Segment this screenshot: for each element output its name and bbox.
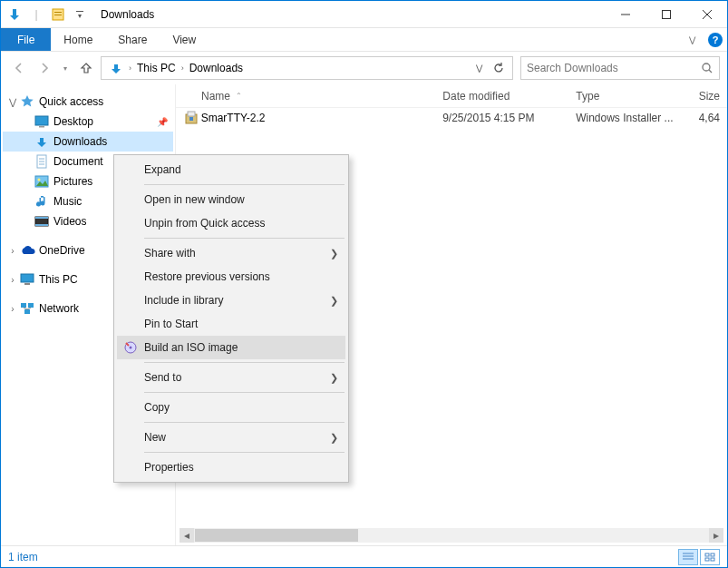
ctx-send-to[interactable]: Send to❯: [117, 366, 345, 389]
ctx-pin-start[interactable]: Pin to Start: [117, 312, 345, 336]
help-icon[interactable]: ?: [704, 28, 727, 51]
ctx-separator: [144, 362, 345, 363]
horizontal-scrollbar[interactable]: ◂ ▸: [176, 527, 727, 545]
onedrive-icon: [19, 242, 35, 259]
ribbon-collapse-icon[interactable]: ⋁: [680, 28, 704, 51]
recent-dropdown-icon[interactable]: ▾: [59, 57, 72, 79]
tab-view[interactable]: View: [160, 28, 209, 51]
address-bar[interactable]: › This PC › Downloads ⋁: [101, 56, 513, 80]
tree-quick-access[interactable]: ⋁ Quick access: [3, 92, 173, 112]
tree-label: Quick access: [39, 95, 103, 108]
tree-downloads[interactable]: Downloads: [3, 132, 173, 152]
ctx-new[interactable]: New❯: [117, 426, 345, 449]
tree-desktop[interactable]: Desktop 📌: [3, 112, 173, 132]
breadcrumb-downloads[interactable]: Downloads: [186, 62, 247, 74]
ctx-separator: [144, 184, 345, 185]
svg-rect-28: [188, 112, 195, 116]
documents-icon: [34, 153, 50, 170]
search-icon: [701, 62, 713, 74]
view-large-button[interactable]: [700, 549, 720, 565]
chevron-right-icon[interactable]: ›: [180, 64, 186, 73]
svg-rect-19: [35, 224, 48, 226]
ctx-share-with[interactable]: Share with❯: [117, 241, 345, 265]
address-dropdown-icon[interactable]: ⋁: [469, 58, 489, 78]
svg-line-8: [709, 70, 712, 73]
file-tab[interactable]: File: [1, 28, 51, 51]
back-button[interactable]: [8, 57, 30, 79]
chevron-right-icon[interactable]: ›: [6, 246, 19, 256]
quick-access-toolbar: | ▾: [1, 1, 93, 27]
chevron-down-icon[interactable]: ⋁: [6, 97, 19, 107]
ctx-properties[interactable]: Properties: [117, 455, 345, 479]
svg-rect-10: [39, 126, 44, 128]
column-date[interactable]: Date modified: [442, 90, 576, 103]
tab-home[interactable]: Home: [51, 28, 105, 51]
svg-rect-36: [711, 558, 714, 561]
minimize-button[interactable]: [605, 1, 645, 28]
network-icon: [19, 300, 35, 317]
tree-label: Network: [39, 302, 79, 315]
breadcrumb-thispc[interactable]: This PC: [133, 62, 180, 74]
chevron-right-icon[interactable]: ›: [127, 64, 133, 73]
column-size[interactable]: Size: [692, 90, 727, 103]
close-button[interactable]: [686, 1, 727, 28]
search-placeholder: Search Downloads: [527, 62, 701, 74]
submenu-arrow-icon: ❯: [330, 372, 338, 384]
svg-rect-29: [189, 117, 193, 121]
ctx-build-iso[interactable]: Build an ISO image: [117, 336, 345, 359]
chevron-right-icon[interactable]: ›: [6, 275, 19, 285]
ctx-separator: [144, 238, 345, 239]
pc-icon: [19, 271, 35, 288]
ctx-unpin-quick-access[interactable]: Unpin from Quick access: [117, 211, 345, 235]
file-size: 4,64: [692, 112, 727, 124]
navigation-bar: ▾ › This PC › Downloads ⋁ Search Downloa…: [1, 52, 727, 84]
scroll-left-icon[interactable]: ◂: [180, 528, 194, 543]
svg-rect-35: [705, 558, 709, 561]
installer-icon: [183, 110, 199, 126]
tree-label: OneDrive: [39, 244, 85, 257]
pin-icon: 📌: [157, 117, 168, 127]
file-row[interactable]: SmarTTY-2.2 9/25/2015 4:15 PM Windows In…: [176, 108, 727, 128]
tree-label: Desktop: [53, 115, 93, 128]
ctx-include-library[interactable]: Include in library❯: [117, 289, 345, 312]
ctx-restore-versions[interactable]: Restore previous versions: [117, 265, 345, 289]
tree-label: This PC: [39, 273, 78, 286]
column-type[interactable]: Type: [576, 90, 691, 103]
ctx-open-new-window[interactable]: Open in new window: [117, 188, 345, 211]
svg-rect-34: [711, 553, 714, 556]
svg-rect-33: [705, 553, 709, 556]
svg-rect-9: [35, 116, 48, 125]
chevron-right-icon[interactable]: ›: [6, 304, 19, 314]
search-input[interactable]: Search Downloads: [520, 56, 720, 80]
svg-point-38: [130, 347, 132, 349]
scroll-right-icon[interactable]: ▸: [709, 528, 723, 543]
forward-button[interactable]: [34, 57, 55, 79]
up-button[interactable]: [75, 57, 97, 79]
videos-icon: [34, 213, 50, 230]
ctx-copy[interactable]: Copy: [117, 396, 345, 419]
file-name: SmarTTY-2.2: [201, 112, 443, 124]
tree-label: Downloads: [53, 135, 107, 148]
tree-label: Documents: [53, 155, 103, 168]
qat-divider: |: [26, 5, 46, 24]
view-details-button[interactable]: [678, 549, 698, 565]
title-bar: | ▾ Downloads: [1, 1, 727, 28]
column-name[interactable]: Name ⌃: [201, 90, 442, 103]
maximize-button[interactable]: [645, 1, 686, 28]
scroll-thumb[interactable]: [195, 529, 358, 542]
status-bar: 1 item: [1, 545, 727, 567]
submenu-arrow-icon: ❯: [330, 432, 338, 444]
qat-dropdown-icon[interactable]: ▾: [70, 5, 90, 24]
main-area: ⋁ Quick access Desktop 📌 Downloads Docum…: [1, 84, 727, 545]
app-icon[interactable]: [5, 5, 24, 24]
file-date: 9/25/2015 4:15 PM: [442, 112, 576, 124]
ctx-expand[interactable]: Expand: [117, 158, 345, 181]
tab-share[interactable]: Share: [105, 28, 160, 51]
ribbon-tabs: File Home Share View ⋁ ?: [1, 28, 727, 52]
tree-label: Music: [53, 195, 82, 208]
refresh-icon[interactable]: [489, 58, 509, 78]
window-controls: [605, 1, 727, 28]
svg-rect-24: [24, 309, 30, 314]
tree-label: Pictures: [53, 175, 92, 188]
properties-icon[interactable]: [48, 5, 68, 24]
